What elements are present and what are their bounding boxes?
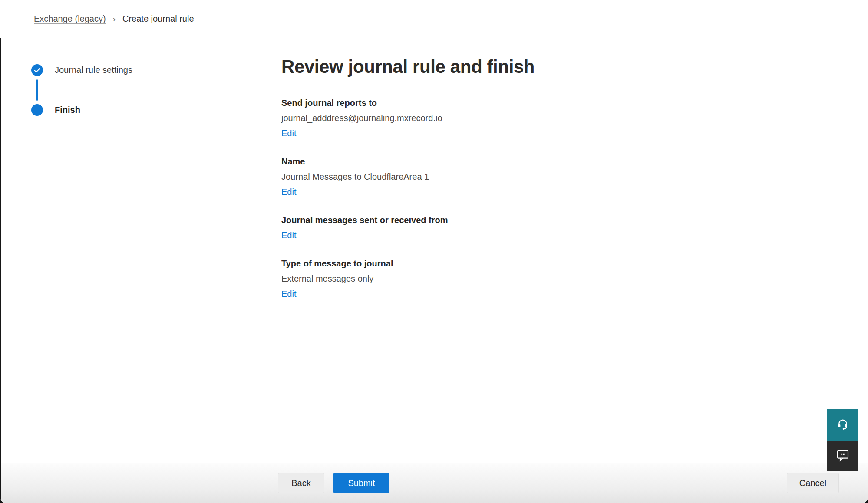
window-left-edge — [0, 38, 1, 503]
headset-icon — [836, 418, 849, 432]
step-connector-line — [36, 79, 38, 101]
section-journal-messages-scope: Journal messages sent or received from E… — [281, 214, 868, 241]
rule-name-value: Journal Messages to CloudflareArea 1 — [281, 171, 868, 182]
edit-journal-scope-link[interactable]: Edit — [281, 230, 296, 241]
feedback-button[interactable] — [827, 441, 858, 471]
section-label: Name — [281, 156, 868, 167]
breadcrumb-separator-icon: › — [113, 14, 116, 24]
filled-circle-icon — [31, 104, 43, 116]
review-panel: Review journal rule and finish Send jour… — [249, 38, 868, 463]
section-name: Name Journal Messages to CloudflareArea … — [281, 156, 868, 197]
cancel-button[interactable]: Cancel — [787, 473, 839, 493]
feedback-chat-icon — [836, 449, 850, 464]
page-title: Review journal rule and finish — [281, 56, 868, 77]
section-label: Journal messages sent or received from — [281, 214, 868, 226]
wizard-step-finish[interactable]: Finish — [31, 104, 249, 116]
help-button-stack — [827, 409, 858, 471]
check-circle-icon — [31, 64, 43, 76]
wizard-step-journal-rule-settings[interactable]: Journal rule settings — [31, 64, 249, 76]
breadcrumb-link-exchange-legacy[interactable]: Exchange (legacy) — [34, 14, 106, 24]
submit-button[interactable]: Submit — [333, 473, 389, 493]
breadcrumb-current-page: Create journal rule — [122, 14, 194, 24]
section-send-journal-reports-to: Send journal reports to journal_adddress… — [281, 97, 868, 139]
section-message-type: Type of message to journal External mess… — [281, 258, 868, 299]
wizard-steps-panel: Journal rule settings Finish — [0, 38, 249, 463]
breadcrumb: Exchange (legacy) › Create journal rule — [0, 0, 868, 38]
wizard-step-label: Journal rule settings — [55, 65, 132, 75]
section-label: Type of message to journal — [281, 258, 868, 269]
support-button[interactable] — [827, 409, 858, 441]
footer-action-bar: Back Submit Cancel — [0, 463, 868, 503]
edit-name-link[interactable]: Edit — [281, 186, 296, 197]
message-type-value: External messages only — [281, 273, 868, 284]
create-journal-rule-window: Exchange (legacy) › Create journal rule … — [0, 0, 868, 503]
back-button[interactable]: Back — [278, 473, 324, 493]
journal-report-address-value: journal_adddress@journaling.mxrecord.io — [281, 112, 868, 124]
edit-message-type-link[interactable]: Edit — [281, 288, 296, 299]
wizard-step-label: Finish — [55, 105, 80, 115]
wizard-body: Journal rule settings Finish Review jour… — [0, 38, 868, 463]
section-label: Send journal reports to — [281, 97, 868, 108]
edit-send-journal-reports-link[interactable]: Edit — [281, 128, 296, 139]
